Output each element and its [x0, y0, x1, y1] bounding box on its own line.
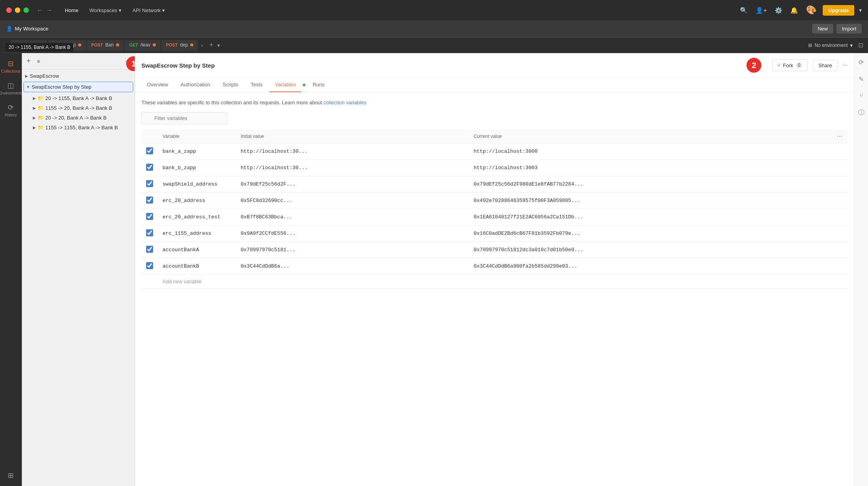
checkbox-cell [141, 143, 158, 159]
var-initial-cell: 0xB7f8BC63Bbca... [236, 209, 469, 225]
share-button[interactable]: Share [813, 60, 838, 71]
fork-icon: ⑂ [777, 63, 780, 68]
collections-icon: ⊟ [8, 59, 14, 68]
changelog-button[interactable]: ⓘ [856, 106, 867, 119]
collection-variables-link[interactable]: collection variables [323, 100, 366, 105]
add-tab-button[interactable]: + [206, 39, 217, 51]
folder-item-1[interactable]: ▶ 📁 20 -> 1155, Bank A -> Bank B ··· [22, 93, 135, 103]
right-sidebar: ⟳ ✎ ⑂ ⓘ [854, 53, 868, 486]
var-name-cell: erc_20_address_test [158, 209, 236, 225]
panel-header: + ≡ ··· 1 [22, 53, 135, 70]
activity-feed-button[interactable]: ⟳ [856, 56, 866, 68]
environment-chevron[interactable]: ▾ [850, 42, 853, 48]
api-network-nav-button[interactable]: API Network ▾ [128, 5, 170, 16]
close-button[interactable] [6, 7, 12, 13]
sidebar-item-history[interactable]: ⟳ History [1, 100, 21, 120]
add-variable-row[interactable]: Add new variable [141, 274, 848, 288]
upgrade-chevron-icon[interactable]: ▾ [859, 7, 862, 13]
var-name-cell: accountBankA [158, 241, 236, 258]
user-icon: 👤 [6, 26, 13, 32]
row-checkbox-6[interactable] [146, 246, 153, 253]
var-current-cell: http://localhost:3000 [469, 143, 832, 159]
screen-view-icon[interactable]: ⊡ [857, 40, 865, 50]
variables-description: These variables are specific to this col… [141, 99, 848, 107]
row-checkbox-4[interactable] [146, 213, 153, 220]
profile-icon[interactable]: 🎨 [804, 4, 818, 17]
fork-manage-button[interactable]: ⑂ [857, 90, 866, 102]
tab-tests[interactable]: Tests [245, 78, 268, 92]
tabs-right-nav[interactable]: › [199, 41, 205, 50]
fork-button[interactable]: ⑂ Fork 0 [772, 59, 808, 71]
folder-item-3[interactable]: ▶ 📁 20 -> 20, Bank A -> Bank B [22, 113, 135, 123]
chevron-down-icon: ▼ [26, 85, 30, 89]
sidebar-item-environments[interactable]: ◫ Environments [1, 78, 21, 98]
sidebar-item-collections[interactable]: ⊟ Collections [1, 56, 21, 77]
add-collection-button[interactable]: + [26, 56, 32, 66]
row-checkbox-2[interactable] [146, 180, 153, 187]
collection-item-swapescrow-step[interactable]: ▼ SwapEscrow Step by Step [23, 82, 133, 92]
table-row: bank_b_zapp http://localhost:30... http:… [141, 159, 848, 176]
chevron-right-icon: ▶ [33, 106, 36, 110]
tooltip-overlay: 20 -> 1155, Bank A -> Bank B [5, 43, 73, 52]
folder-icon: 📁 [38, 95, 44, 101]
environments-icon: ◫ [7, 81, 14, 90]
tab-runs[interactable]: Runs [307, 78, 330, 92]
notifications-icon[interactable]: 🔔 [789, 5, 800, 16]
forward-button[interactable]: → [46, 7, 52, 14]
settings-icon[interactable]: ⚙️ [773, 5, 784, 16]
no-environment-icon: ⊞ [808, 43, 812, 48]
checkbox-cell [141, 241, 158, 258]
tabs-dropdown-button[interactable]: ▾ [217, 42, 220, 48]
filter-variables-input[interactable] [141, 112, 227, 124]
back-button[interactable]: ← [37, 7, 43, 14]
tab-post-dep[interactable]: POST dep [161, 40, 198, 51]
row-checkbox-0[interactable] [146, 147, 153, 154]
tab-authorization[interactable]: Authorization [175, 78, 216, 92]
tab-variables-container: Variables [270, 78, 305, 92]
row-checkbox-3[interactable] [146, 197, 153, 204]
import-button[interactable]: Import [836, 24, 862, 34]
row-more-cell [832, 143, 848, 159]
workspaces-chevron-icon: ▾ [119, 7, 121, 13]
search-icon[interactable]: 🔍 [738, 5, 749, 16]
row-more-cell [832, 159, 848, 176]
filter-collections-button[interactable]: ≡ [36, 57, 41, 65]
var-current-cell: 0x70997970c51812dc3a010c7d01b50e0... [469, 241, 832, 258]
api-network-chevron-icon: ▾ [162, 7, 165, 13]
add-variable-label: Add new variable [158, 274, 832, 288]
comments-button[interactable]: ✎ [856, 73, 866, 85]
row-checkbox-1[interactable] [146, 164, 153, 171]
collections-panel: + ≡ ··· 1 ▶ SwapEscrow ▼ SwapEscrow Step… [22, 53, 135, 486]
upgrade-button[interactable]: Upgrade [823, 5, 854, 16]
tab-get-leav[interactable]: GET /leav [125, 40, 161, 51]
table-row: erc_1155_address 0x9A9f2CCfdE556... 0x16… [141, 225, 848, 241]
row-checkbox-5[interactable] [146, 229, 153, 236]
home-nav-button[interactable]: Home [60, 5, 83, 16]
maximize-button[interactable] [23, 7, 29, 13]
row-more-cell [832, 225, 848, 241]
tab-post-ban[interactable]: POST Ban [87, 40, 124, 51]
col-checkbox [141, 130, 158, 143]
new-button[interactable]: New [812, 24, 833, 34]
sidebar-item-mockservers[interactable]: ⊞ [1, 468, 21, 483]
tab-overview[interactable]: Overview [141, 78, 173, 92]
nav-arrows: ← → [37, 7, 52, 14]
collections-list: ▶ SwapEscrow ▼ SwapEscrow Step by Step ▶… [22, 70, 135, 486]
folder-item-4[interactable]: ▶ 📁 1155 -> 1155, Bank A -> Bank B [22, 123, 135, 132]
header-more-button[interactable]: ··· [843, 62, 848, 69]
minimize-button[interactable] [15, 7, 20, 13]
folder-item-2[interactable]: ▶ 📁 1155 -> 20, Bank A -> Bank B [22, 103, 135, 113]
tab-dot-4 [153, 43, 156, 46]
collection-title: SwapEscrow Step by Step [141, 62, 742, 69]
collection-item-swapescrow[interactable]: ▶ SwapEscrow [22, 71, 135, 81]
workspaces-nav-button[interactable]: Workspaces ▾ [85, 5, 126, 16]
var-name-cell: bank_a_zapp [158, 143, 236, 159]
table-more-button[interactable]: ··· [837, 133, 842, 140]
tab-scripts[interactable]: Scripts [217, 78, 244, 92]
var-initial-cell: 0x79dEf25c56d2F... [236, 176, 469, 192]
var-name-cell: swapShield_address [158, 176, 236, 192]
invite-icon[interactable]: 👤+ [754, 5, 768, 16]
row-checkbox-7[interactable] [146, 262, 153, 269]
var-current-cell: 0x79dEf25c56d2F980dE1e8fAB77b2284... [469, 176, 832, 192]
tab-variables[interactable]: Variables [270, 78, 301, 92]
